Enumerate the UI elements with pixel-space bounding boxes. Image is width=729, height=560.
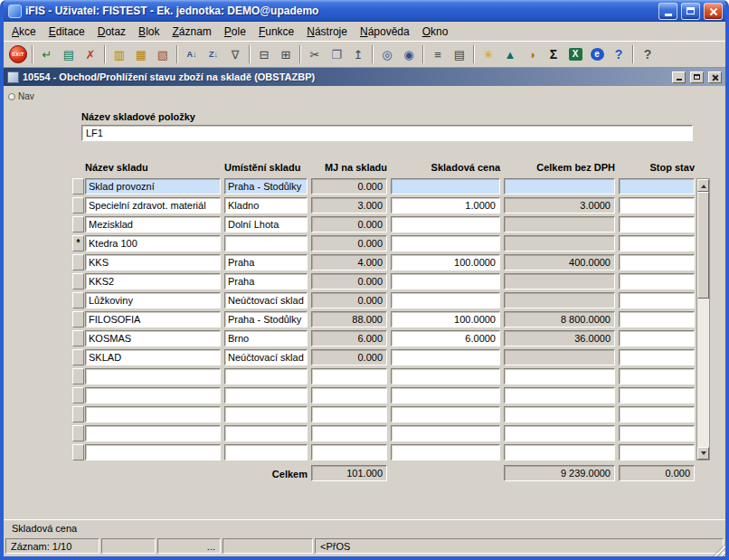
menu-item-dotaz[interactable]: Dotaz (91, 23, 132, 41)
cell-cena[interactable] (391, 349, 500, 365)
list-icon[interactable]: ≡ (427, 44, 449, 64)
new-record-icon[interactable]: ▥ (109, 44, 130, 64)
excel-icon[interactable]: X (564, 44, 586, 64)
record-indicator[interactable]: * (72, 235, 84, 252)
cell-mj[interactable]: 4.000 (311, 254, 387, 271)
record-indicator[interactable] (72, 406, 84, 422)
cell-umisteni[interactable]: Brno (224, 330, 308, 346)
cell-umisteni[interactable] (224, 444, 308, 460)
cut-icon[interactable]: ✂ (304, 44, 326, 64)
cell-celkem[interactable] (504, 406, 615, 422)
print-icon[interactable]: ⊟ (253, 44, 275, 64)
cell-celkem[interactable] (504, 178, 615, 195)
menu-item-napoveda[interactable]: Nápověda (354, 23, 416, 41)
menu-item-funkce[interactable]: Funkce (252, 23, 300, 41)
cell-cena[interactable]: 100.0000 (391, 311, 500, 327)
cell-nazev[interactable]: KOSMAS (85, 330, 221, 346)
cell-mj[interactable]: 3.000 (311, 197, 387, 214)
cell-celkem[interactable] (504, 425, 615, 441)
cell-stop[interactable] (619, 197, 695, 214)
cell-stop[interactable] (619, 311, 695, 327)
cell-celkem[interactable]: 3.0000 (504, 197, 615, 214)
cell-celkem[interactable] (504, 444, 615, 460)
record-indicator[interactable] (72, 273, 84, 289)
copy-record-icon[interactable]: ▦ (130, 44, 152, 64)
cell-mj[interactable] (311, 444, 387, 460)
cell-celkem[interactable] (504, 216, 615, 233)
cell-stop[interactable] (619, 235, 695, 252)
sigma-icon[interactable]: Σ (543, 44, 564, 64)
cell-nazev[interactable] (85, 425, 221, 441)
cell-mj[interactable]: 0.000 (311, 273, 387, 289)
record-indicator[interactable] (72, 216, 84, 233)
cell-stop[interactable] (619, 406, 695, 422)
cell-umisteni[interactable]: Praha - Stodůlky (224, 178, 308, 195)
enter-icon[interactable]: ↵ (36, 44, 58, 64)
menu-item-okno[interactable]: Okno (416, 23, 455, 41)
cell-mj[interactable]: 0.000 (311, 178, 387, 195)
cell-mj[interactable] (311, 406, 387, 422)
cell-nazev[interactable] (85, 406, 221, 422)
minimize-button[interactable] (658, 3, 677, 20)
menu-item-pole[interactable]: Pole (218, 23, 252, 41)
cell-stop[interactable] (619, 387, 695, 403)
record-indicator[interactable] (72, 368, 84, 384)
star-icon[interactable]: ✳ (478, 44, 499, 64)
menu-item-zaznam[interactable]: Záznam (166, 23, 217, 41)
pie-chart-icon[interactable]: ◑ (521, 44, 543, 64)
help-icon[interactable]: ? (608, 44, 630, 64)
cancel-icon[interactable]: ✗ (80, 44, 101, 64)
scroll-up-button[interactable] (697, 179, 709, 192)
cell-celkem[interactable]: 400.0000 (504, 254, 615, 271)
cell-mj[interactable] (311, 425, 387, 441)
cell-cena[interactable] (391, 216, 500, 233)
record-indicator[interactable] (72, 425, 84, 441)
cell-nazev[interactable]: KKS2 (85, 273, 221, 289)
exit-button[interactable]: EXIT (7, 44, 29, 64)
cell-mj[interactable] (311, 387, 387, 403)
cell-stop[interactable] (619, 254, 695, 271)
sort-asc-icon[interactable]: A↓ (181, 44, 203, 64)
cell-umisteni[interactable] (224, 387, 308, 403)
cell-umisteni[interactable] (224, 368, 308, 384)
cell-umisteni[interactable]: Neúčtovací sklad (224, 349, 308, 365)
globe-icon[interactable]: e (586, 44, 608, 64)
sort-desc-icon[interactable]: Z↓ (203, 44, 224, 64)
filter-icon[interactable]: ∇ (224, 44, 246, 64)
item-name-field[interactable]: LF1 (81, 125, 693, 141)
cell-cena[interactable]: 1.0000 (391, 197, 500, 214)
cell-stop[interactable] (619, 349, 695, 365)
cell-cena[interactable] (391, 425, 500, 441)
record-indicator[interactable] (72, 387, 84, 403)
grid-icon[interactable]: ▤ (449, 44, 470, 64)
cell-nazev[interactable]: Sklad provozní (85, 178, 221, 195)
cell-celkem[interactable]: 8 800.0000 (504, 311, 615, 327)
record-indicator[interactable] (72, 178, 84, 195)
menu-item-editace[interactable]: Editace (43, 23, 91, 41)
context-help-icon[interactable]: ? (637, 44, 658, 64)
print-preview-icon[interactable]: ⊞ (275, 44, 297, 64)
cell-celkem[interactable] (504, 368, 615, 384)
cell-cena[interactable] (391, 368, 500, 384)
cell-nazev[interactable]: Mezisklad (85, 216, 221, 233)
record-indicator[interactable] (72, 311, 84, 327)
cell-stop[interactable] (619, 292, 695, 308)
zoom-icon[interactable]: ◎ (376, 44, 398, 64)
cell-cena[interactable] (391, 444, 500, 460)
cell-umisteni[interactable]: Neúčtovací sklad (224, 292, 308, 308)
cell-umisteni[interactable]: Kladno (224, 197, 308, 214)
record-indicator[interactable] (72, 349, 84, 365)
cell-celkem[interactable] (504, 292, 615, 308)
cell-stop[interactable] (619, 368, 695, 384)
cell-stop[interactable] (619, 216, 695, 233)
record-indicator[interactable] (72, 197, 84, 214)
cell-cena[interactable]: 100.0000 (391, 254, 500, 271)
cell-cena[interactable] (391, 178, 500, 195)
form-titlebar[interactable]: 10554 - Obchod/Prohlížení stavu zboží na… (4, 68, 725, 86)
cell-cena[interactable] (391, 387, 500, 403)
zoom-link-icon[interactable]: ◉ (398, 44, 420, 64)
record-indicator[interactable] (72, 444, 84, 460)
nav-toggle[interactable]: Nav (8, 91, 34, 101)
cell-cena[interactable] (391, 273, 500, 289)
cell-nazev[interactable] (85, 387, 221, 403)
